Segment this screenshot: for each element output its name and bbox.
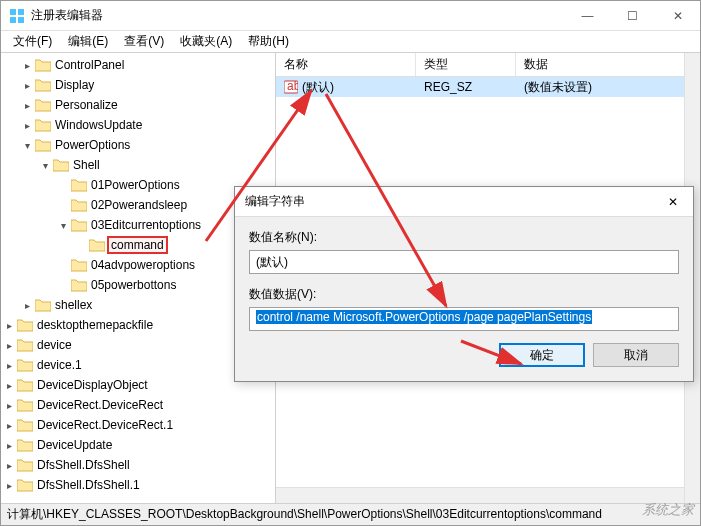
folder-icon bbox=[71, 218, 87, 232]
value-type: REG_SZ bbox=[416, 79, 516, 95]
folder-icon bbox=[17, 318, 33, 332]
chevron-right-icon[interactable]: ▸ bbox=[3, 359, 15, 371]
menu-file[interactable]: 文件(F) bbox=[5, 31, 60, 52]
folder-icon bbox=[35, 58, 51, 72]
titlebar: 注册表编辑器 — ☐ ✕ bbox=[1, 1, 700, 31]
chevron-right-icon[interactable]: ▸ bbox=[3, 339, 15, 351]
chevron-right-icon[interactable]: ▸ bbox=[3, 439, 15, 451]
maximize-button[interactable]: ☐ bbox=[610, 1, 655, 31]
folder-icon bbox=[17, 478, 33, 492]
folder-icon bbox=[17, 398, 33, 412]
app-icon bbox=[9, 8, 25, 24]
value-data: (数值未设置) bbox=[516, 78, 700, 97]
statusbar-path: 计算机\HKEY_CLASSES_ROOT\DesktopBackground\… bbox=[7, 506, 602, 523]
chevron-right-icon[interactable]: ▸ bbox=[3, 479, 15, 491]
value-data-input[interactable]: control /name Microsoft.PowerOptions /pa… bbox=[249, 307, 679, 331]
horizontal-scrollbar[interactable] bbox=[276, 487, 684, 503]
tree-item[interactable]: ▸DeviceUpdate bbox=[1, 435, 275, 455]
chevron-right-icon[interactable]: ▸ bbox=[21, 99, 33, 111]
folder-icon bbox=[35, 78, 51, 92]
chevron-right-icon[interactable]: ▸ bbox=[3, 459, 15, 471]
svg-rect-0 bbox=[10, 9, 16, 15]
chevron-right-icon[interactable]: ▸ bbox=[3, 399, 15, 411]
window-controls: — ☐ ✕ bbox=[565, 1, 700, 31]
folder-icon bbox=[17, 378, 33, 392]
tree-item[interactable]: ▾PowerOptions bbox=[19, 135, 275, 155]
chevron-down-icon[interactable]: ▾ bbox=[39, 159, 51, 171]
svg-rect-2 bbox=[10, 17, 16, 23]
folder-icon bbox=[71, 258, 87, 272]
dialog-title: 编辑字符串 bbox=[245, 193, 653, 210]
folder-icon bbox=[35, 298, 51, 312]
folder-icon bbox=[17, 438, 33, 452]
chevron-down-icon[interactable]: ▾ bbox=[21, 139, 33, 151]
chevron-right-icon[interactable]: ▸ bbox=[21, 119, 33, 131]
folder-icon bbox=[17, 418, 33, 432]
column-data[interactable]: 数据 bbox=[516, 53, 700, 76]
column-type[interactable]: 类型 bbox=[416, 53, 516, 76]
edit-string-dialog: 编辑字符串 ✕ 数值名称(N): 数值数据(V): control /name … bbox=[234, 186, 694, 382]
string-value-icon: ab bbox=[284, 80, 298, 94]
value-name-input[interactable] bbox=[249, 250, 679, 274]
cancel-button[interactable]: 取消 bbox=[593, 343, 679, 367]
chevron-down-icon[interactable]: ▾ bbox=[57, 219, 69, 231]
svg-text:ab: ab bbox=[287, 80, 298, 93]
column-name[interactable]: 名称 bbox=[276, 53, 416, 76]
folder-icon bbox=[35, 98, 51, 112]
tree-item[interactable]: ▾Shell bbox=[37, 155, 275, 175]
tree-item[interactable]: ▸Personalize bbox=[19, 95, 275, 115]
chevron-right-icon[interactable]: ▸ bbox=[3, 419, 15, 431]
chevron-right-icon[interactable]: ▸ bbox=[21, 79, 33, 91]
chevron-right-icon[interactable]: ▸ bbox=[21, 299, 33, 311]
window-title: 注册表编辑器 bbox=[31, 7, 565, 24]
folder-icon bbox=[17, 338, 33, 352]
folder-icon bbox=[17, 458, 33, 472]
values-header: 名称 类型 数据 bbox=[276, 53, 700, 77]
menu-view[interactable]: 查看(V) bbox=[116, 31, 172, 52]
value-name: (默认) bbox=[302, 79, 334, 96]
tree-item[interactable]: ▸DeviceRect.DeviceRect.1 bbox=[1, 415, 275, 435]
folder-icon bbox=[89, 238, 105, 252]
folder-icon bbox=[71, 178, 87, 192]
tree-item[interactable]: ▸DeviceRect.DeviceRect bbox=[1, 395, 275, 415]
menu-favorites[interactable]: 收藏夹(A) bbox=[172, 31, 240, 52]
chevron-right-icon[interactable]: ▸ bbox=[21, 59, 33, 71]
menu-edit[interactable]: 编辑(E) bbox=[60, 31, 116, 52]
folder-icon bbox=[35, 118, 51, 132]
tree-item[interactable]: ▸ControlPanel bbox=[19, 55, 275, 75]
folder-icon bbox=[71, 198, 87, 212]
dialog-close-button[interactable]: ✕ bbox=[653, 187, 693, 217]
ok-button[interactable]: 确定 bbox=[499, 343, 585, 367]
value-row-default[interactable]: ab (默认) REG_SZ (数值未设置) bbox=[276, 77, 700, 97]
folder-icon bbox=[17, 358, 33, 372]
dialog-titlebar: 编辑字符串 ✕ bbox=[235, 187, 693, 217]
tree-item[interactable]: ▸WindowsUpdate bbox=[19, 115, 275, 135]
minimize-button[interactable]: — bbox=[565, 1, 610, 31]
svg-rect-3 bbox=[18, 17, 24, 23]
tree-item[interactable]: ▸DfsShell.DfsShell.1 bbox=[1, 475, 275, 495]
close-button[interactable]: ✕ bbox=[655, 1, 700, 31]
chevron-right-icon[interactable]: ▸ bbox=[3, 319, 15, 331]
value-name-label: 数值名称(N): bbox=[249, 229, 679, 246]
menubar: 文件(F) 编辑(E) 查看(V) 收藏夹(A) 帮助(H) bbox=[1, 31, 700, 53]
value-data-label: 数值数据(V): bbox=[249, 286, 679, 303]
chevron-right-icon[interactable]: ▸ bbox=[3, 379, 15, 391]
tree-item[interactable]: ▸DfsShell.DfsShell bbox=[1, 455, 275, 475]
tree-item[interactable]: ▸Display bbox=[19, 75, 275, 95]
menu-help[interactable]: 帮助(H) bbox=[240, 31, 297, 52]
folder-icon bbox=[71, 278, 87, 292]
svg-rect-1 bbox=[18, 9, 24, 15]
folder-icon bbox=[35, 138, 51, 152]
statusbar: 计算机\HKEY_CLASSES_ROOT\DesktopBackground\… bbox=[1, 503, 700, 525]
folder-icon bbox=[53, 158, 69, 172]
